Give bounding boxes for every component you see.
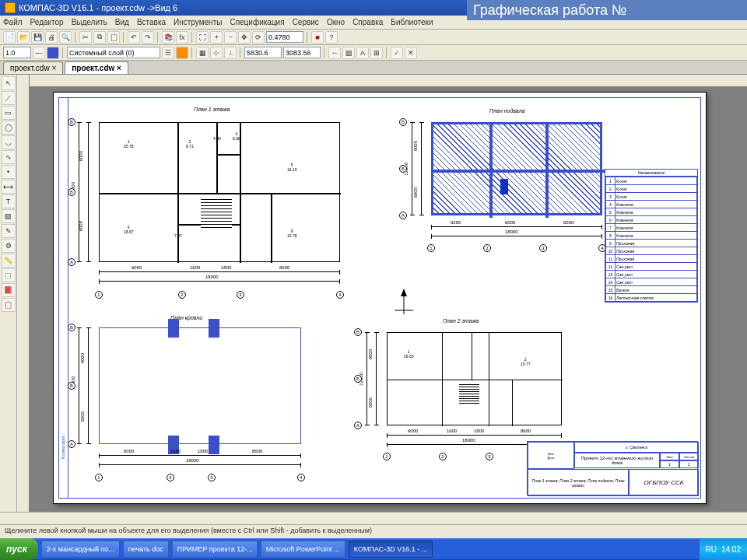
table-icon[interactable]: ⊞: [370, 47, 383, 59]
system-tray[interactable]: RU 14:02: [699, 538, 747, 560]
menu-service[interactable]: Сервис: [293, 18, 319, 26]
undo-icon[interactable]: ↶: [128, 31, 140, 44]
task-btn-2[interactable]: печать doc: [123, 541, 169, 558]
grid-icon[interactable]: ▦: [196, 47, 209, 59]
variables-icon[interactable]: fx: [176, 31, 188, 44]
save-icon[interactable]: 💾: [31, 31, 44, 44]
menu-insert[interactable]: Вставка: [137, 18, 166, 26]
help-icon[interactable]: ?: [325, 31, 338, 44]
zoom-fit-icon[interactable]: ⛶: [196, 31, 209, 44]
binding-text: Копировал: [61, 436, 65, 459]
library-tool-icon[interactable]: 📕: [2, 283, 16, 297]
refresh-icon[interactable]: ⟳: [252, 31, 265, 44]
plan-1-floor: [99, 122, 340, 262]
redo-icon[interactable]: ↷: [142, 31, 154, 44]
plan-basement: [431, 122, 602, 215]
drawing-sheet: Копировал План 1 этажа: [53, 92, 707, 504]
plan-2-floor: [387, 332, 562, 425]
edit-icon[interactable]: ✎: [2, 224, 16, 238]
pointer-icon[interactable]: ↖: [2, 76, 16, 90]
text-icon[interactable]: A: [356, 47, 369, 59]
slide-banner: Графическая работа №: [467, 0, 747, 20]
select-icon[interactable]: ⬚: [2, 268, 16, 282]
spec-tool-icon[interactable]: 📋: [2, 298, 16, 312]
paste-icon[interactable]: 📋: [107, 31, 120, 44]
check-icon[interactable]: ✓: [391, 47, 403, 59]
menu-libs[interactable]: Библиотеки: [391, 18, 433, 26]
layer-color-icon[interactable]: [176, 47, 188, 59]
hatch-tool-icon[interactable]: ▨: [2, 209, 16, 223]
ortho-icon[interactable]: ⟂: [224, 47, 237, 59]
menu-spec[interactable]: Спецификация: [230, 18, 284, 26]
scale-input[interactable]: [3, 47, 31, 58]
app-icon: [5, 2, 16, 13]
rect-icon[interactable]: ▭: [2, 106, 16, 120]
style-icon[interactable]: —: [33, 47, 45, 59]
param-icon[interactable]: ⚙: [2, 239, 16, 253]
status-bar: Щелкните левой кнопкой мыши на объекте д…: [0, 524, 747, 538]
menu-editor[interactable]: Редактор: [30, 18, 64, 26]
tool-panel: ↖ ／ ▭ ◯ ◡ ∿ • ⟷ T ▨ ✎ ⚙ 📏 ⬚ 📕 📋: [0, 75, 17, 512]
measure-icon[interactable]: 📏: [2, 254, 16, 268]
dim-icon[interactable]: ↔: [328, 47, 341, 59]
tab-doc-1[interactable]: проект.cdw ×: [3, 61, 63, 74]
text-tool-icon[interactable]: T: [2, 194, 16, 208]
document-tabs: проект.cdw × проект.cdw ×: [0, 61, 747, 75]
plan-roof: [99, 327, 301, 444]
spline-icon[interactable]: ∿: [2, 150, 16, 164]
new-icon[interactable]: 📄: [3, 31, 16, 44]
color-icon[interactable]: [47, 47, 59, 59]
circle-icon[interactable]: ◯: [2, 121, 16, 135]
zoom-out-icon[interactable]: －: [224, 31, 237, 44]
line-icon[interactable]: ／: [2, 91, 16, 105]
plan2-title: План подвала: [489, 108, 525, 114]
point-icon[interactable]: •: [2, 165, 16, 179]
layer-select[interactable]: [67, 47, 160, 58]
tray-clock: 14:02: [721, 545, 741, 554]
task-btn-5[interactable]: КОМПАС-3D V16.1 - ...: [349, 541, 433, 558]
menu-window[interactable]: Окно: [327, 18, 345, 26]
plan1-title: План 1 этажа: [194, 107, 230, 112]
zoom-in-icon[interactable]: ＋: [210, 31, 223, 44]
library-icon[interactable]: 📚: [162, 31, 174, 44]
preview-icon[interactable]: 🔍: [59, 31, 72, 44]
tray-lang[interactable]: RU: [706, 545, 717, 554]
hatch-icon[interactable]: ▨: [342, 47, 355, 59]
tab-doc-2[interactable]: проект.cdw ×: [65, 61, 128, 74]
task-btn-4[interactable]: Microsoft PowerPoint ...: [261, 541, 345, 558]
stop-icon[interactable]: ■: [311, 31, 324, 44]
close-icon[interactable]: ✕: [405, 47, 417, 59]
property-panel: [0, 512, 747, 524]
horizontal-ruler: [30, 75, 747, 87]
task-btn-3[interactable]: ПРИМЕР проекта 12-...: [172, 541, 258, 558]
zoom-input[interactable]: [266, 31, 303, 43]
cut-icon[interactable]: ✂: [79, 31, 92, 44]
toolbar-view: — ☰ ▦ ⊹ ⟂ ↔ ▨ A ⊞ ✓ ✕: [0, 45, 747, 61]
menu-file[interactable]: Файл: [3, 18, 23, 26]
north-arrow-icon: [388, 287, 419, 318]
start-button[interactable]: пуск: [0, 538, 38, 560]
menu-select[interactable]: Выделить: [72, 18, 107, 26]
coord-y[interactable]: [283, 47, 321, 58]
menu-tools[interactable]: Инструменты: [174, 18, 222, 26]
pan-icon[interactable]: ✥: [238, 31, 251, 44]
window-title: КОМПАС-3D V16.1 - проект.cdw ->Вид 6: [19, 0, 177, 16]
print-icon[interactable]: 🖨: [45, 31, 58, 44]
plan4-title: План 2 этажа: [443, 318, 479, 324]
vertical-ruler: [17, 75, 30, 512]
open-icon[interactable]: 📂: [17, 31, 30, 44]
snap-icon[interactable]: ⊹: [210, 47, 223, 59]
menu-view[interactable]: Вид: [115, 18, 129, 26]
specification-table: Наименование 1Кухня2Кухня3Кухня4Комната5…: [605, 169, 698, 303]
drawing-canvas[interactable]: Копировал План 1 этажа: [30, 87, 747, 512]
taskbar: пуск 2-х мансардный по... печать doc ПРИ…: [0, 538, 747, 560]
task-btn-1[interactable]: 2-х мансардный по...: [41, 541, 120, 558]
dimension-icon[interactable]: ⟷: [2, 180, 16, 194]
coord-x[interactable]: [244, 47, 282, 58]
copy-icon[interactable]: ⧉: [93, 31, 106, 44]
arc-icon[interactable]: ◡: [2, 135, 16, 149]
svg-marker-1: [401, 289, 407, 296]
layers-icon[interactable]: ☰: [162, 47, 174, 59]
menu-help[interactable]: Справка: [352, 18, 383, 26]
title-block: Изм.Дата г. Смоленск Проект 12-ти этажно…: [527, 441, 698, 495]
